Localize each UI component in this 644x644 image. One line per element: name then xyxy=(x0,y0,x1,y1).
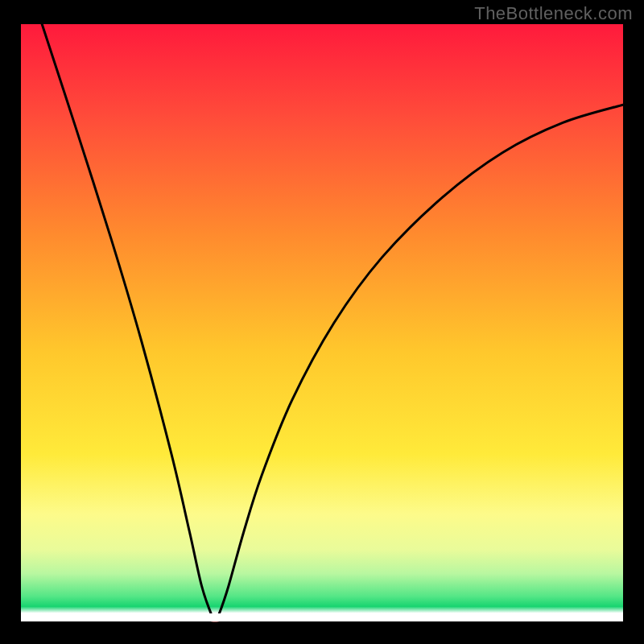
bottom-white-strip xyxy=(21,613,623,621)
curve-svg xyxy=(21,24,623,621)
stage: TheBottleneck.com xyxy=(0,0,644,644)
watermark-text: TheBottleneck.com xyxy=(474,3,633,24)
plot-area xyxy=(21,24,623,621)
bottleneck-curve xyxy=(42,24,623,621)
plot-frame xyxy=(21,24,623,621)
